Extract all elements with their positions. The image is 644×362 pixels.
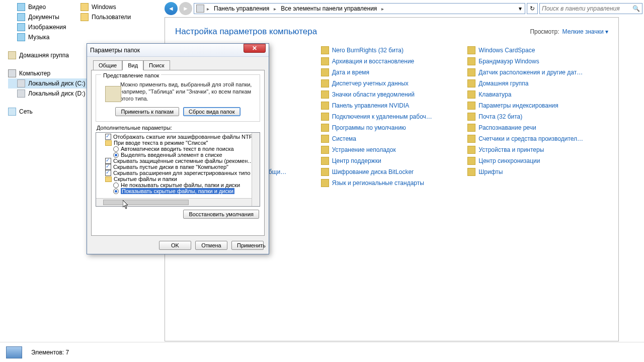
cp-item-icon: [321, 79, 329, 87]
tree-vscrollbar[interactable]: [252, 133, 260, 206]
search-icon[interactable]: 🔍: [632, 5, 640, 12]
cp-item[interactable]: Шифрование диска BitLocker: [321, 166, 463, 177]
cp-item-label: Брандмауэр Windows: [478, 58, 539, 65]
cp-item-icon: [467, 46, 475, 54]
refresh-button[interactable]: ↻: [527, 3, 538, 14]
reset-folders-button[interactable]: Сброс вида папок: [183, 107, 240, 116]
cp-item[interactable]: Распознавание речи: [467, 122, 609, 133]
status-count: Элементов: 7: [31, 349, 69, 356]
breadcrumb-seg-1[interactable]: Панель управления: [211, 5, 272, 12]
page-title: Настройка параметров компьютера: [175, 27, 317, 37]
cp-item[interactable]: Windows CardSpace: [467, 45, 609, 56]
tab-search[interactable]: Поиск: [143, 60, 170, 70]
nav-lib-images[interactable]: Изображения: [8, 22, 161, 32]
opt-list-typing-search[interactable]: Автоматически вводить текст в поле поиск…: [98, 146, 258, 152]
cp-item[interactable]: Клавиатура: [467, 89, 609, 100]
cp-item-icon: [321, 46, 329, 54]
cp-item-label: Распознавание речи: [478, 124, 536, 131]
cp-item[interactable]: Брандмауэр Windows: [467, 56, 609, 67]
cp-item-icon: [321, 135, 329, 143]
opt-list-typing-group: При вводе текста в режиме "Список": [98, 140, 258, 146]
search-box[interactable]: 🔍: [539, 3, 642, 14]
refresh-icon: ↻: [530, 5, 535, 12]
cp-item[interactable]: Устройства и принтеры: [467, 144, 609, 155]
cp-item-label: Подключения к удаленным рабоч…: [332, 113, 432, 120]
cp-item-label: Центр синхронизации: [478, 157, 540, 164]
opt-hidden-dont-show[interactable]: Не показывать скрытые файлы, папки и дис…: [98, 182, 258, 188]
cp-item-icon: [467, 102, 475, 110]
cp-item-icon: [467, 113, 475, 121]
restore-defaults-button[interactable]: Восстановить умолчания: [183, 210, 259, 219]
dialog-close-button[interactable]: ✕: [244, 44, 266, 53]
ok-button[interactable]: OK: [159, 241, 191, 250]
cp-item-icon: [467, 168, 475, 176]
cp-item[interactable]: Почта (32 бита): [467, 111, 609, 122]
status-bar: Элементов: 7: [0, 342, 644, 362]
cp-item-label: Шифрование диска BitLocker: [332, 168, 414, 175]
folder-options-dialog: Параметры папок ✕ Общие Вид Поиск Предст…: [87, 43, 269, 254]
view-mode-selector[interactable]: Мелкие значки ▾: [562, 28, 608, 35]
nav-forward-button[interactable]: ►: [179, 2, 192, 15]
cp-item[interactable]: Параметры индексирования: [467, 100, 609, 111]
cp-item[interactable]: Архивация и восстановление: [321, 56, 463, 67]
tab-view[interactable]: Вид: [122, 60, 143, 70]
opt-list-typing-select[interactable]: Выделять введенный элемент в списке: [98, 152, 258, 158]
cp-item[interactable]: Диспетчер учетных данных: [321, 78, 463, 89]
folder-views-icon: [105, 86, 121, 102]
cp-item[interactable]: Шрифты: [467, 166, 609, 177]
opt-hide-protected-os[interactable]: Скрывать защищённые системные файлы (рек…: [98, 158, 258, 164]
breadcrumb-seg-2[interactable]: Все элементы панели управления: [278, 5, 380, 12]
breadcrumb-dropdown[interactable]: ▾: [517, 5, 524, 12]
status-icon: [6, 346, 22, 358]
apply-button[interactable]: Применить: [231, 241, 264, 250]
opt-hidden-show[interactable]: Показывать скрытые файлы, папки и диски: [98, 188, 258, 194]
apply-to-folders-button[interactable]: Применить к папкам: [115, 107, 179, 116]
cp-item-icon: [467, 90, 475, 99]
cp-item[interactable]: Центр синхронизации: [467, 155, 609, 166]
breadcrumb[interactable]: Панель управления Все элементы панели уп…: [194, 3, 525, 14]
cp-item[interactable]: Панель управления NVIDIA: [321, 100, 463, 111]
tab-general[interactable]: Общие: [93, 60, 122, 70]
dialog-titlebar[interactable]: Параметры папок ✕: [87, 44, 269, 57]
tab-view-body: Представление папок Можно применить вид,…: [91, 70, 265, 236]
cp-item-label: Устройства и принтеры: [478, 146, 544, 153]
cp-item[interactable]: Дата и время: [321, 67, 463, 78]
nav-lib-music[interactable]: Музыка: [8, 32, 161, 42]
tree-hscrollbar[interactable]: [96, 198, 252, 206]
cp-item[interactable]: Счетчики и средства производител…: [467, 133, 609, 144]
view-label: Просмотр:: [530, 28, 559, 35]
cp-item-icon: [467, 68, 475, 76]
cp-item[interactable]: Nero BurnRights (32 бита): [321, 45, 463, 56]
cp-item-label: Windows CardSpace: [478, 47, 535, 54]
folder-views-desc: Можно применить вид, выбранный для этой …: [99, 81, 257, 105]
cp-item-icon: [321, 90, 329, 99]
cp-item[interactable]: Подключения к удаленным рабоч…: [321, 111, 463, 122]
cp-item-icon: [321, 124, 329, 132]
cp-item-icon: [467, 79, 475, 87]
cp-item-label: Параметры индексирования: [478, 102, 558, 109]
cancel-button[interactable]: Отмена: [195, 241, 227, 250]
advanced-settings-tree[interactable]: Отображать сжатые или зашифрованные файл…: [96, 132, 260, 207]
cp-item[interactable]: Язык и региональные стандарты: [321, 177, 463, 189]
cp-item-label: Nero BurnRights (32 бита): [332, 47, 404, 54]
opt-hide-extensions[interactable]: Скрывать расширения для зарегистрированн…: [98, 170, 258, 176]
cp-item[interactable]: Домашняя группа: [467, 78, 609, 89]
cp-item-label: Шрифты: [478, 168, 503, 175]
cp-item-icon: [321, 113, 329, 121]
cp-item[interactable]: Центр поддержки: [321, 155, 463, 166]
cp-item[interactable]: Система: [321, 133, 463, 144]
cp-item[interactable]: Устранение неполадок: [321, 144, 463, 155]
opt-hide-empty-drives[interactable]: Скрывать пустые диски в папке "Компьютер…: [98, 164, 258, 170]
search-input[interactable]: [542, 5, 632, 12]
advanced-settings-label: Дополнительные параметры:: [97, 125, 260, 131]
cp-item[interactable]: Программы по умолчанию: [321, 122, 463, 133]
cp-item-icon: [467, 135, 475, 143]
cp-item[interactable]: Датчик расположения и другие дат…: [467, 67, 609, 78]
nav-folder-users[interactable]: Пользователи: [80, 12, 131, 22]
cp-item-label: Счетчики и средства производител…: [478, 135, 583, 142]
cp-item-icon: [321, 146, 329, 154]
cp-item[interactable]: Значки области уведомлений: [321, 89, 463, 100]
nav-folder-windows[interactable]: Windows: [80, 2, 131, 12]
opt-show-ntfs-color[interactable]: Отображать сжатые или зашифрованные файл…: [98, 134, 258, 140]
nav-back-button[interactable]: ◄: [165, 2, 178, 15]
